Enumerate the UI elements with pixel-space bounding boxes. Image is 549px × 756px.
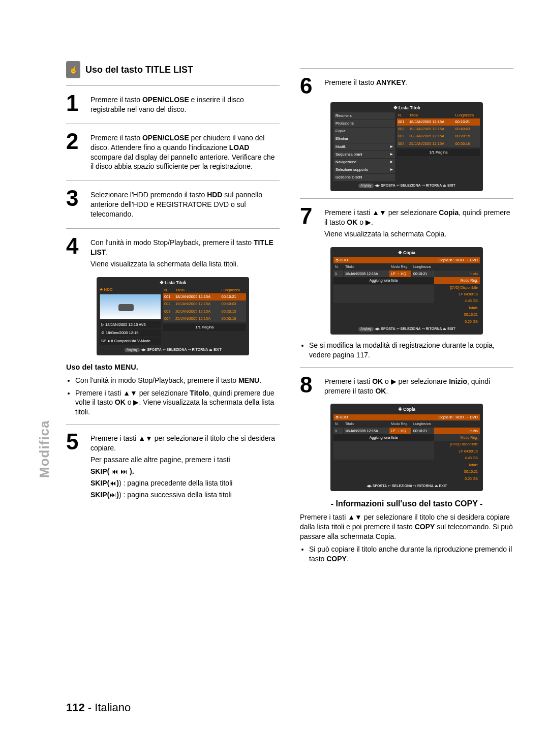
menu-item: Elimina — [333, 135, 395, 142]
text: Per passare alle altre pagine, premere i… — [90, 455, 280, 465]
text: Con l'unità in modo Stop/Playback, preme… — [90, 238, 254, 247]
text: . — [106, 248, 108, 256]
ui-context-menu: ❖ Lista Titoli Rinomina Protezione Copia… — [330, 102, 483, 191]
ui-copia-1: ❖ Copia ⬘ HDDCopia in : HDD → DVD N.Tito… — [330, 247, 483, 335]
bullet: Premere i tasti ▲▼ per selezionare Titol… — [75, 388, 280, 417]
step-num: 3 — [66, 188, 85, 221]
menu-item: Sequenza brani — [333, 151, 395, 158]
step-num: 8 — [300, 375, 319, 398]
section-title: Uso del tasto TITLE LIST — [85, 64, 193, 76]
bullet: Si può copiare il titolo anche durante l… — [309, 545, 513, 564]
menu-item: Modif. — [333, 143, 395, 150]
menu-item: Protezione — [333, 120, 395, 127]
text: scompare dal display del pannello anteri… — [90, 153, 275, 171]
ui-head: ❖ Lista Titoli — [100, 280, 246, 286]
step-8: 8 Premere i tasti OK o ▶ per selezionare… — [300, 375, 513, 398]
thumbnail — [100, 294, 161, 319]
text: Premere i tasti ▲▼ per selezionare il ti… — [90, 434, 280, 453]
step-num: 6 — [300, 76, 319, 96]
step-num: 7 — [300, 206, 319, 241]
device: ⬘ HDD — [100, 287, 161, 293]
left-column: ☝ Uso del tasto TITLE LIST 1 Premere il … — [66, 61, 280, 567]
menu-item: Navigazione — [333, 159, 395, 166]
page-footer: 112 - Italiano — [66, 700, 131, 715]
step-3: 3 Selezionare l'HDD premendo il tasto HD… — [66, 188, 280, 221]
menu-item: Selezione supporto — [333, 166, 395, 173]
sidebar-tab: Modifica — [36, 420, 53, 478]
text: Premere il tasto — [90, 134, 142, 142]
bullet: Con l'unità in modo Stop/Playback, preme… — [75, 376, 280, 385]
step-4: 4 Con l'unità in modo Stop/Playback, pre… — [66, 236, 280, 271]
step-num: 1 — [66, 93, 85, 116]
ui-copia-2: ❖ Copia ⬘ HDDCopia in : HDD → DVD N.Tito… — [330, 404, 483, 491]
step-5: 5 Premere i tasti ▲▼ per selezionare il … — [66, 432, 280, 501]
skip-prev-icon: ⏮ ⏭ — [111, 467, 128, 475]
step-num: 2 — [66, 131, 85, 174]
menu-item: Gestione Dischi — [333, 174, 395, 181]
step-6: 6 Premere il tasto ANYKEY. — [300, 76, 513, 96]
text: OPEN/CLOSE — [142, 96, 189, 104]
text: OPEN/CLOSE — [142, 134, 189, 142]
step-7: 7 Premere i tasti ▲▼ per selezionare Cop… — [300, 206, 513, 241]
note: Se si modifica la modalità di registrazi… — [309, 341, 513, 360]
text: Premere il tasto — [90, 96, 142, 104]
skip-prev-icon: ⏮ — [109, 479, 116, 487]
ui-head: ❖ Lista Titoli — [333, 105, 480, 111]
text: HDD — [207, 191, 222, 199]
pagination: 1/1 Pagina — [163, 324, 246, 331]
ui-table: N.TitoloLunghezza 00118/JAN/2005 12:15A0… — [163, 287, 246, 322]
text: Viene visualizzata la schermata della li… — [90, 259, 280, 269]
meta: ▷ 18/JAN/2005 12:15 AV3 — [100, 321, 161, 328]
hand-icon: ☝ — [66, 61, 80, 78]
step-1: 1 Premere il tasto OPEN/CLOSE e inserire… — [66, 93, 280, 116]
meta: SP ►II Compatibilità V-Mode — [100, 338, 161, 345]
skip-next-icon: ⏭ — [109, 491, 116, 499]
menu-list: Rinomina Protezione Copia Elimina Modif.… — [333, 112, 395, 182]
text: Premere i tasti ▲▼ per selezionare il ti… — [300, 512, 513, 541]
text: Viene visualizzata la schermata Copia. — [324, 229, 513, 239]
step-num: 5 — [66, 432, 85, 501]
step-num: 4 — [66, 236, 85, 271]
text: Selezionare l'HDD premendo il tasto — [90, 191, 207, 199]
menu-item: Copia — [333, 128, 395, 135]
ui-title-list: ❖ Lista Titoli ⬘ HDD ▷ 18/JAN/2005 12:15… — [97, 277, 249, 355]
meta: ⊘ 18/Gen/2005 12:15 — [100, 329, 161, 337]
menu-item: Rinomina — [333, 112, 395, 119]
text: LOAD — [229, 143, 250, 152]
copy-info-title: - Informazioni sull'uso del tasto COPY - — [300, 498, 513, 509]
step-2: 2 Premere il tasto OPEN/CLOSE per chiude… — [66, 131, 280, 174]
menu-subtitle: Uso del tasto MENU. — [66, 362, 280, 373]
right-column: 6 Premere il tasto ANYKEY. ❖ Lista Titol… — [300, 61, 513, 567]
